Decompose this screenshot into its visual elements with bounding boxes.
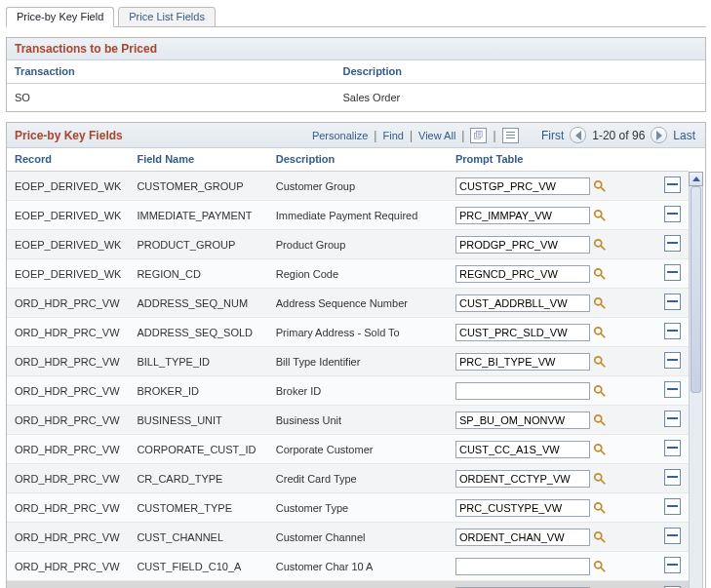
delete-row-button[interactable] xyxy=(664,323,681,339)
lookup-icon[interactable] xyxy=(593,179,607,193)
prompt-table-input[interactable] xyxy=(455,382,590,400)
cell-description: Sales Order xyxy=(336,84,705,112)
delete-row-button[interactable] xyxy=(664,440,681,456)
delete-row-button[interactable] xyxy=(664,176,681,193)
svg-line-23 xyxy=(601,479,605,483)
lookup-icon[interactable] xyxy=(593,267,607,281)
prompt-table-input[interactable] xyxy=(455,412,590,429)
cell-prompt xyxy=(448,406,629,435)
zoom-icon[interactable] xyxy=(470,128,487,143)
cell-description: Product Group xyxy=(268,230,448,259)
svg-point-16 xyxy=(595,385,602,392)
cell-description: Immediate Payment Required xyxy=(268,201,448,230)
cell-description: Corporate Customer xyxy=(268,435,448,464)
svg-line-13 xyxy=(601,333,605,336)
chevron-up-icon xyxy=(692,176,700,181)
lookup-icon[interactable] xyxy=(593,238,607,252)
delete-row-button[interactable] xyxy=(664,206,681,222)
lookup-icon[interactable] xyxy=(593,326,607,339)
prompt-table-input[interactable] xyxy=(455,177,590,195)
nav-first[interactable]: First xyxy=(539,129,566,142)
cell-description: Customer Char 10 A xyxy=(268,552,448,581)
next-page-button[interactable] xyxy=(651,127,667,143)
prompt-table-input[interactable] xyxy=(455,265,590,283)
view-all-link[interactable]: View All xyxy=(418,130,455,141)
prompt-table-input[interactable] xyxy=(455,294,590,312)
lookup-icon[interactable] xyxy=(593,501,607,515)
cell-transaction: SO xyxy=(7,84,336,112)
prompt-table-input[interactable] xyxy=(455,207,590,224)
nav-last[interactable]: Last xyxy=(671,129,697,142)
cell-field: ADDRESS_SEQ_NUM xyxy=(129,289,267,318)
delete-row-button[interactable] xyxy=(664,381,681,398)
cell-field: BILL_TYPE_ID xyxy=(129,347,267,376)
cell-prompt xyxy=(448,259,629,289)
cell-field: REGION_CD xyxy=(129,259,267,289)
cell-record: ORD_HDR_PRC_VW xyxy=(7,493,129,523)
table-row: EOEP_DERIVED_WKREGION_CDRegion Code xyxy=(7,259,689,289)
section-title: Price-by Key Fields xyxy=(15,129,312,142)
cell-record: ORD_HDR_PRC_VW xyxy=(7,581,129,589)
prompt-table-input[interactable] xyxy=(455,324,590,341)
prompt-table-input[interactable] xyxy=(455,470,590,488)
cell-record: ORD_HDR_PRC_VW xyxy=(7,435,129,464)
svg-point-26 xyxy=(595,531,602,538)
delete-row-button[interactable] xyxy=(664,498,681,515)
scroll-up-button[interactable] xyxy=(689,172,703,186)
svg-line-15 xyxy=(601,362,605,366)
cell-prompt xyxy=(448,230,629,259)
tab-price-by-key-field[interactable]: Price-by Key Field xyxy=(6,7,114,27)
table-row: ORD_HDR_PRC_VWBILL_TYPE_IDBill Type Iden… xyxy=(7,347,689,376)
prompt-table-input[interactable] xyxy=(455,529,590,546)
cell-field: CR_CARD_TYPE xyxy=(129,464,267,493)
personalize-link[interactable]: Personalize xyxy=(312,130,368,141)
lookup-icon[interactable] xyxy=(593,209,607,222)
delete-row-button[interactable] xyxy=(664,528,681,544)
prompt-table-input[interactable] xyxy=(455,441,590,458)
prompt-table-input[interactable] xyxy=(455,353,590,371)
lookup-icon[interactable] xyxy=(593,384,607,398)
lookup-icon[interactable] xyxy=(593,443,607,456)
delete-row-button[interactable] xyxy=(664,264,681,281)
transactions-section: Transactions to be Priced Transaction De… xyxy=(6,37,706,112)
lookup-icon[interactable] xyxy=(593,560,607,573)
prompt-table-input[interactable] xyxy=(455,499,590,517)
tab-strip: Price-by Key Field Price List Fields xyxy=(6,6,706,27)
lookup-icon[interactable] xyxy=(593,413,607,427)
cell-field: CUST_FIELD_C10_A xyxy=(129,552,267,581)
lookup-icon[interactable] xyxy=(593,296,607,310)
lookup-icon[interactable] xyxy=(593,355,607,369)
cell-prompt xyxy=(448,289,629,318)
cell-prompt xyxy=(448,376,629,406)
prev-page-button[interactable] xyxy=(570,127,586,143)
svg-point-14 xyxy=(595,356,602,363)
lookup-icon[interactable] xyxy=(593,530,607,544)
tab-price-list-fields[interactable]: Price List Fields xyxy=(118,7,216,27)
lookup-icon[interactable] xyxy=(593,472,607,486)
scroll-thumb[interactable] xyxy=(691,186,701,393)
delete-row-button[interactable] xyxy=(664,557,681,573)
cell-description: Credit Card Type xyxy=(268,464,448,493)
svg-point-20 xyxy=(595,444,602,451)
cell-field: BUSINESS_UNIT xyxy=(129,406,267,435)
cell-field: CUSTOMER_TYPE xyxy=(129,493,267,523)
find-link[interactable]: Find xyxy=(382,130,403,141)
spreadsheet-icon[interactable] xyxy=(502,128,519,143)
scroll-track[interactable] xyxy=(689,186,703,588)
delete-row-button[interactable] xyxy=(664,469,681,486)
prompt-table-input[interactable] xyxy=(455,558,590,575)
cell-prompt xyxy=(448,318,629,347)
table-row: ORD_HDR_PRC_VWCUST_CHANNELCustomer Chann… xyxy=(7,523,689,552)
key-fields-section: Price-by Key Fields Personalize | Find |… xyxy=(6,122,706,588)
cell-field: PRODUCT_GROUP xyxy=(129,230,267,259)
cell-prompt xyxy=(448,201,629,230)
delete-row-button[interactable] xyxy=(664,411,681,427)
svg-line-19 xyxy=(601,420,605,424)
table-row: ORD_HDR_PRC_VWADDRESS_SEQ_NUMAddress Seq… xyxy=(7,289,689,318)
delete-row-button[interactable] xyxy=(664,294,681,310)
cell-description: Customer Group xyxy=(268,172,448,201)
svg-line-29 xyxy=(601,567,605,570)
delete-row-button[interactable] xyxy=(664,235,681,252)
delete-row-button[interactable] xyxy=(664,352,681,369)
prompt-table-input[interactable] xyxy=(455,236,590,254)
